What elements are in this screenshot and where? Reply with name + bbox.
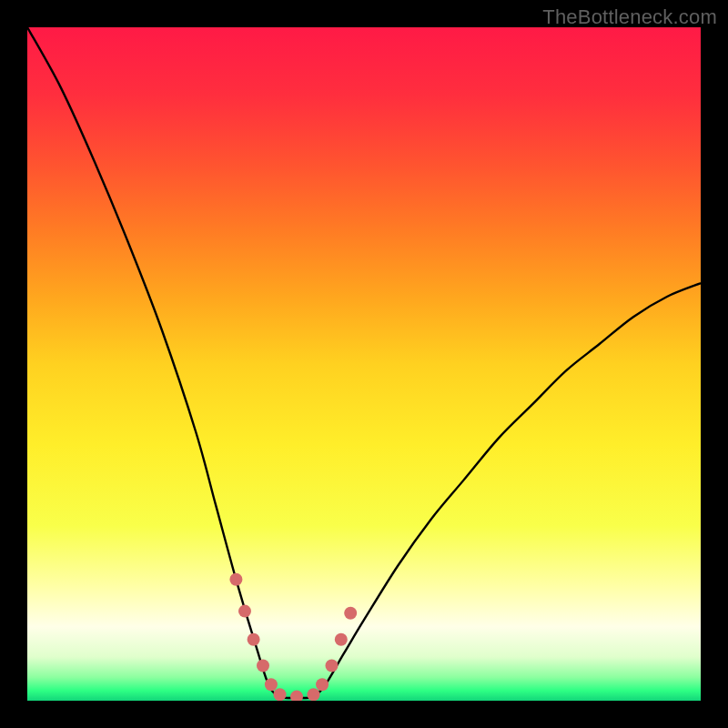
plot-area (27, 27, 701, 701)
valley-marker-dot (308, 688, 320, 701)
valley-marker-dot (274, 688, 287, 701)
valley-marker-dot (248, 633, 260, 646)
valley-marker-dot (344, 607, 357, 620)
valley-marker-dot (229, 573, 242, 586)
valley-marker-dot (238, 605, 251, 618)
watermark-text: TheBottleneck.com (542, 5, 717, 29)
valley-markers (229, 573, 357, 701)
valley-marker-dot (316, 678, 329, 691)
valley-marker-dot (326, 660, 339, 672)
valley-marker-dot (290, 691, 303, 701)
bottleneck-curve (27, 27, 701, 701)
valley-marker-dot (335, 633, 348, 646)
curve-path (27, 27, 701, 698)
valley-marker-dot (257, 660, 269, 672)
valley-marker-dot (265, 678, 278, 691)
outer-frame: TheBottleneck.com (0, 0, 728, 728)
